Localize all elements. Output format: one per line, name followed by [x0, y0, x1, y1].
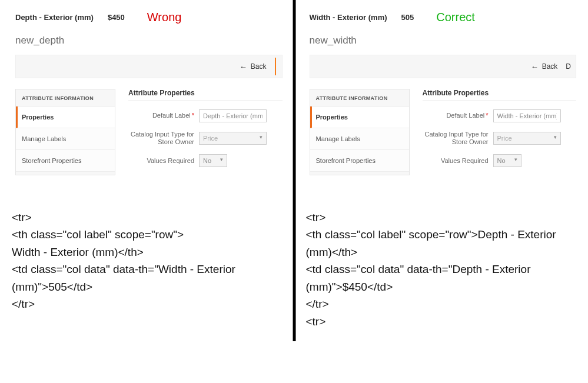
right-pane: Width - Exterior (mm) 505 Correct new_wi… [294, 0, 589, 383]
attribute-properties-title: Attribute Properties [128, 89, 283, 101]
catalog-input-select[interactable]: Price [493, 132, 561, 145]
form-row-values-required: Values Required No [128, 154, 283, 167]
sidebar-item-properties[interactable]: Properties [310, 106, 409, 128]
sidebar: ATTRIBUTE INFORMATION Properties Manage … [310, 89, 410, 175]
toolbar: ← Back [15, 55, 283, 78]
attribute-properties-panel: Attribute Properties Default Label* Cata… [423, 89, 577, 175]
sidebar-item-properties[interactable]: Properties [16, 106, 115, 128]
values-required-select[interactable]: No [199, 154, 227, 167]
default-label-input[interactable] [199, 109, 267, 122]
attribute-value: $450 [108, 13, 125, 22]
form-label-catalog-input: Catalog Input Type for Store Owner [128, 131, 199, 146]
sidebar-item-manage-labels[interactable]: Manage Labels [16, 128, 115, 150]
form-label-values-required: Values Required [423, 157, 493, 165]
sidebar-item-storefront-properties[interactable]: Storefront Properties [310, 150, 409, 172]
arrow-left-icon: ← [531, 62, 539, 71]
form-label-default-label: Default Label* [423, 112, 493, 119]
verdict-label: Correct [436, 11, 475, 24]
required-asterisk: * [486, 112, 488, 119]
vertical-divider [293, 0, 295, 341]
form-row-default-label: Default Label* [423, 109, 577, 122]
attribute-code-title: new_depth [15, 35, 283, 46]
toolbar-edge-letter: D [566, 62, 571, 71]
attribute-label: Depth - Exterior (mm) [15, 13, 94, 22]
sidebar-item-storefront-properties[interactable]: Storefront Properties [16, 150, 115, 172]
form-label-values-required: Values Required [128, 157, 199, 165]
attribute-value: 505 [401, 13, 414, 22]
code-snippet: <tr> <th class="col label" scope="row"> … [12, 209, 285, 313]
back-button[interactable]: ← Back [235, 60, 271, 74]
sidebar-header: ATTRIBUTE INFORMATION [310, 89, 409, 106]
code-snippet: <tr> <th class="col label" scope="row">D… [306, 209, 580, 330]
attribute-properties-panel: Attribute Properties Default Label* Cata… [128, 89, 283, 175]
sidebar: ATTRIBUTE INFORMATION Properties Manage … [15, 89, 115, 175]
back-button[interactable]: ← Back [526, 60, 563, 74]
form-row-catalog-input: Catalog Input Type for Store Owner Price [423, 131, 577, 146]
form-row-catalog-input: Catalog Input Type for Store Owner Price [128, 131, 283, 146]
left-pane: Depth - Exterior (mm) $450 Wrong new_dep… [0, 0, 294, 383]
arrow-left-icon: ← [240, 62, 247, 71]
attribute-code-title: new_width [310, 35, 577, 46]
form-row-values-required: Values Required No [423, 154, 577, 167]
catalog-input-select[interactable]: Price [199, 132, 267, 145]
attribute-properties-title: Attribute Properties [423, 89, 577, 101]
attribute-row: Depth - Exterior (mm) $450 Wrong [15, 11, 283, 24]
toolbar-edge-cut [275, 58, 277, 75]
verdict-label: Wrong [147, 11, 182, 24]
sidebar-item-manage-labels[interactable]: Manage Labels [310, 128, 409, 150]
values-required-select[interactable]: No [493, 154, 521, 167]
required-asterisk: * [192, 112, 194, 119]
attribute-label: Width - Exterior (mm) [310, 13, 387, 22]
attribute-row: Width - Exterior (mm) 505 Correct [310, 11, 577, 24]
back-button-label: Back [542, 62, 558, 71]
back-button-label: Back [251, 62, 267, 71]
form-label-default-label: Default Label* [128, 112, 199, 119]
toolbar: ← Back D [310, 55, 577, 78]
sidebar-header: ATTRIBUTE INFORMATION [16, 89, 115, 106]
form-label-catalog-input: Catalog Input Type for Store Owner [423, 131, 493, 146]
default-label-input[interactable] [493, 109, 561, 122]
form-row-default-label: Default Label* [128, 109, 283, 122]
